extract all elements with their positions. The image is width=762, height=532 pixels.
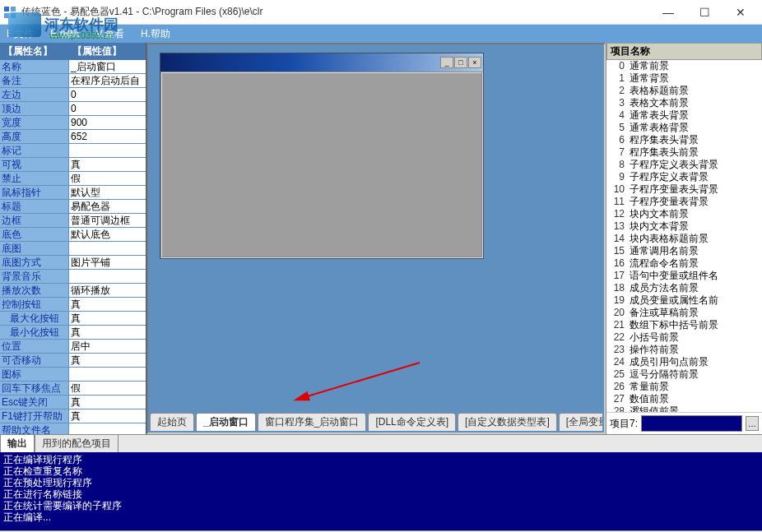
minimize-button[interactable]: — (650, 0, 686, 25)
list-item[interactable]: 18成员方法名前景 (606, 282, 762, 294)
list-item[interactable]: 8子程序定义表头背景 (606, 159, 762, 171)
list-item[interactable]: 13块内文本背景 (606, 220, 762, 233)
property-row[interactable]: 边框普通可调边框 (0, 214, 146, 228)
property-value[interactable]: 0 (69, 88, 146, 101)
editor-tab[interactable]: [全局变量表] (559, 413, 602, 431)
property-row[interactable]: 备注在程序启动后自 (0, 74, 146, 88)
property-value[interactable] (69, 144, 146, 157)
list-item[interactable]: 17语句中变量或组件名 (606, 270, 762, 282)
property-value[interactable] (69, 423, 146, 434)
property-row[interactable]: 帮助文件名 (0, 423, 146, 434)
property-value[interactable]: 假 (69, 382, 146, 395)
property-value[interactable]: 0 (69, 102, 146, 115)
editor-tab[interactable]: [自定义数据类型表] (458, 413, 557, 431)
property-value[interactable]: 普通可调边框 (69, 214, 146, 227)
list-item[interactable]: 4通常表头背景 (606, 109, 762, 122)
output-tab[interactable]: 输出 (0, 435, 35, 452)
property-row[interactable]: 底图 (0, 242, 146, 256)
list-item[interactable]: 19成员变量或属性名前 (606, 294, 762, 307)
property-row[interactable]: 标记 (0, 144, 146, 158)
list-item[interactable]: 26常量前景 (606, 381, 762, 393)
item-list[interactable]: 0通常前景1通常背景2表格标题前景3表格文本前景4通常表头背景5通常表格背景6程… (606, 60, 762, 412)
property-row[interactable]: 名称_启动窗口 (0, 60, 146, 74)
property-row[interactable]: 背景音乐 (0, 270, 146, 284)
design-canvas[interactable]: _ □ × 起始页_启动窗口窗口程序集_启动窗口[DLL命令定义表][自定义数据… (146, 43, 606, 434)
property-value[interactable]: 假 (69, 172, 146, 185)
property-value[interactable]: 真 (69, 158, 146, 171)
property-value[interactable]: 652 (69, 130, 146, 143)
property-value[interactable]: 真 (69, 354, 146, 367)
property-value[interactable]: 居中 (69, 340, 146, 353)
list-item[interactable]: 2表格标题前景 (606, 85, 762, 97)
property-value[interactable]: _启动窗口 (69, 60, 146, 73)
list-item[interactable]: 25逗号分隔符前景 (606, 368, 762, 381)
menu-view[interactable]: V.查看 (93, 27, 128, 41)
list-item[interactable]: 3表格文本前景 (606, 97, 762, 109)
property-row[interactable]: 宽度900 (0, 116, 146, 130)
property-value[interactable]: 真 (69, 312, 146, 325)
preview-window[interactable]: _ □ × (160, 53, 484, 259)
property-row[interactable]: 鼠标指针默认型 (0, 186, 146, 200)
list-item[interactable]: 28逻辑值前景 (606, 405, 762, 412)
property-row[interactable]: 高度652 (0, 130, 146, 144)
property-row[interactable]: 最小化按钮真 (0, 326, 146, 340)
list-item[interactable]: 10子程序变量表头背景 (606, 183, 762, 196)
property-row[interactable]: 最大化按钮真 (0, 312, 146, 326)
editor-tab[interactable]: 起始页 (150, 413, 194, 431)
property-value[interactable] (69, 242, 146, 255)
list-item[interactable]: 27数值前景 (606, 393, 762, 405)
property-value[interactable]: 真 (69, 326, 146, 339)
preview-minimize-icon[interactable]: _ (440, 57, 453, 68)
property-row[interactable]: 播放次数循环播放 (0, 284, 146, 298)
property-row[interactable]: 左边0 (0, 88, 146, 102)
property-value[interactable]: 默认底色 (69, 228, 146, 241)
list-item[interactable]: 5通常表格背景 (606, 122, 762, 134)
property-row[interactable]: 图标 (0, 368, 146, 382)
property-value[interactable]: 真 (69, 396, 146, 409)
color-combo[interactable] (641, 415, 742, 432)
list-item[interactable]: 20备注或草稿前景 (606, 307, 762, 319)
preview-maximize-icon[interactable]: □ (454, 57, 467, 68)
property-value[interactable]: 真 (69, 298, 146, 311)
list-item[interactable]: 9子程序定义表背景 (606, 171, 762, 183)
list-item[interactable]: 12块内文本前景 (606, 208, 762, 220)
menu-help[interactable]: H.帮助 (137, 27, 174, 41)
menu-edit[interactable]: E.编辑 (47, 27, 82, 41)
property-value[interactable]: 默认型 (69, 186, 146, 199)
property-row[interactable]: 可否移动真 (0, 354, 146, 368)
property-value[interactable]: 900 (69, 116, 146, 129)
property-row[interactable]: 禁止假 (0, 172, 146, 186)
list-item[interactable]: 0通常前景 (606, 60, 762, 72)
property-row[interactable]: 回车下移焦点假 (0, 382, 146, 396)
list-item[interactable]: 23操作符前景 (606, 344, 762, 356)
property-row[interactable]: F1键打开帮助真 (0, 409, 146, 423)
editor-tab[interactable]: [DLL命令定义表] (368, 413, 456, 431)
property-value[interactable]: 在程序启动后自 (69, 74, 146, 87)
list-item[interactable]: 7程序集表头前景 (606, 146, 762, 159)
list-item[interactable]: 15通常调用名前景 (606, 245, 762, 257)
preview-close-icon[interactable]: × (468, 57, 481, 68)
property-value[interactable]: 循环播放 (69, 284, 146, 297)
list-item[interactable]: 6程序集表头背景 (606, 134, 762, 146)
property-row[interactable]: 位置居中 (0, 340, 146, 354)
output-tab[interactable]: 用到的配色项目 (35, 435, 118, 452)
editor-tab[interactable]: _启动窗口 (196, 413, 256, 431)
property-row[interactable]: 底色默认底色 (0, 228, 146, 242)
color-browse-button[interactable]: … (746, 416, 759, 431)
property-value[interactable] (69, 368, 146, 381)
property-value[interactable]: 图片平铺 (69, 256, 146, 269)
preview-body[interactable] (160, 72, 483, 258)
property-value[interactable]: 易配色器 (69, 200, 146, 213)
list-item[interactable]: 16流程命令名前景 (606, 257, 762, 270)
maximize-button[interactable]: ☐ (686, 0, 723, 25)
output-body[interactable]: 正在编译现行程序正在检查重复名称正在预处理现行程序正在进行名称链接正在统计需要编… (0, 452, 762, 530)
property-value[interactable] (69, 270, 146, 283)
property-value[interactable]: 真 (69, 409, 146, 423)
property-row[interactable]: 底图方式图片平铺 (0, 256, 146, 270)
property-row[interactable]: 标题易配色器 (0, 200, 146, 214)
property-row[interactable]: Esc键关闭真 (0, 396, 146, 409)
list-item[interactable]: 11子程序变量表背景 (606, 196, 762, 208)
list-item[interactable]: 1通常背景 (606, 72, 762, 85)
list-item[interactable]: 21数组下标中括号前景 (606, 319, 762, 331)
close-button[interactable]: ✕ (723, 0, 759, 25)
